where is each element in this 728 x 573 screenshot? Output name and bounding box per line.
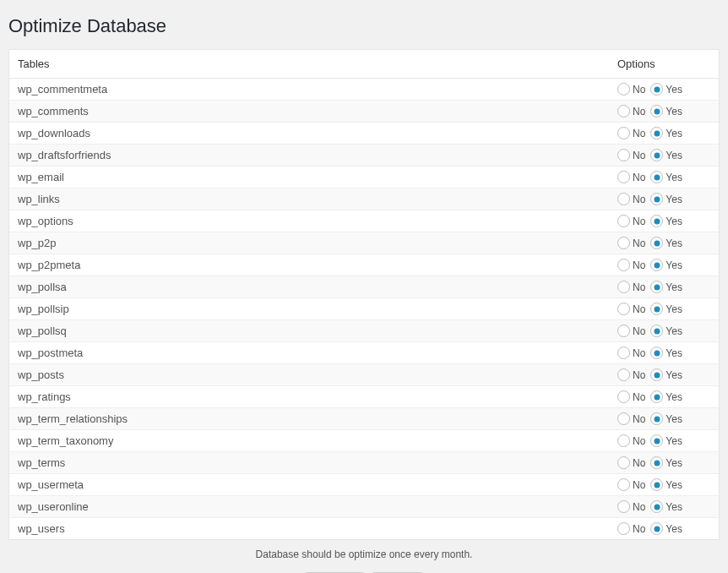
radio-no-item[interactable]: No [617,347,645,359]
radio-yes-item[interactable]: Yes [650,193,682,205]
radio-yes-item[interactable]: Yes [650,171,682,183]
radio-yes[interactable] [650,478,663,491]
radio-no-item[interactable]: No [617,127,645,139]
radio-yes-item[interactable]: Yes [650,325,682,337]
radio-yes-item[interactable]: Yes [650,259,682,271]
radio-no-item[interactable]: No [617,215,645,227]
radio-yes[interactable] [650,215,663,227]
radio-yes-item[interactable]: Yes [650,303,682,315]
radio-no[interactable] [617,105,630,117]
radio-yes-item[interactable]: Yes [650,456,682,469]
radio-yes-item[interactable]: Yes [650,368,682,381]
radio-no[interactable] [617,127,630,139]
radio-no[interactable] [617,149,630,161]
radio-yes-item[interactable]: Yes [650,522,682,535]
table-row: wp_p2pNoYes [9,232,719,254]
radio-yes-item[interactable]: Yes [650,347,682,359]
table-options-cell: NoYes [609,474,719,496]
radio-no[interactable] [617,522,630,535]
radio-yes-item[interactable]: Yes [650,237,682,249]
radio-no[interactable] [617,434,630,447]
radio-yes-item[interactable]: Yes [650,434,682,447]
radio-yes[interactable] [650,303,663,315]
radio-no-item[interactable]: No [617,259,645,271]
radio-yes[interactable] [650,325,663,337]
radio-yes-label: Yes [666,479,682,491]
radio-yes[interactable] [650,412,663,425]
radio-no-label: No [633,259,645,271]
radio-yes[interactable] [650,434,663,447]
radio-no-item[interactable]: No [617,456,645,469]
radio-no-item[interactable]: No [617,237,645,249]
radio-yes[interactable] [650,105,663,117]
radio-yes[interactable] [650,127,663,139]
table-name-cell: wp_postmeta [9,342,609,364]
radio-no-item[interactable]: No [617,390,645,403]
radio-no[interactable] [617,237,630,249]
radio-no[interactable] [617,171,630,183]
radio-no-label: No [633,128,645,139]
radio-no-item[interactable]: No [617,149,645,161]
radio-no[interactable] [617,325,630,337]
radio-no-item[interactable]: No [617,171,645,183]
radio-no-item[interactable]: No [617,325,645,337]
radio-no-item[interactable]: No [617,434,645,447]
radio-yes[interactable] [650,522,663,535]
radio-no-item[interactable]: No [617,478,645,491]
radio-no[interactable] [617,500,630,513]
radio-no[interactable] [617,281,630,293]
radio-yes-item[interactable]: Yes [650,390,682,403]
radio-no-item[interactable]: No [617,281,645,293]
radio-yes[interactable] [650,368,663,381]
radio-no[interactable] [617,303,630,315]
radio-no[interactable] [617,215,630,227]
radio-yes-item[interactable]: Yes [650,500,682,513]
radio-yes-item[interactable]: Yes [650,478,682,491]
table-name-cell: wp_links [9,188,609,210]
radio-yes-item[interactable]: Yes [650,83,682,96]
radio-no-item[interactable]: No [617,303,645,315]
radio-yes-label: Yes [666,281,682,293]
radio-yes[interactable] [650,456,663,469]
radio-yes[interactable] [650,259,663,271]
table-options-cell: NoYes [609,320,719,342]
radio-no[interactable] [617,368,630,381]
radio-no-item[interactable]: No [617,412,645,425]
radio-yes[interactable] [650,390,663,403]
radio-no-label: No [633,457,645,469]
radio-no[interactable] [617,478,630,491]
radio-no[interactable] [617,193,630,205]
radio-no-item[interactable]: No [617,522,645,535]
radio-yes[interactable] [650,281,663,293]
radio-yes[interactable] [650,149,663,161]
radio-no[interactable] [617,83,630,96]
radio-yes[interactable] [650,83,663,96]
radio-yes-item[interactable]: Yes [650,127,682,139]
table-row: wp_commentsNoYes [9,101,719,123]
radio-no[interactable] [617,390,630,403]
radio-no-label: No [633,150,645,161]
radio-yes-item[interactable]: Yes [650,281,682,293]
radio-no[interactable] [617,412,630,425]
table-row: wp_ratingsNoYes [9,386,719,408]
radio-yes-item[interactable]: Yes [650,105,682,117]
radio-yes[interactable] [650,171,663,183]
radio-no[interactable] [617,347,630,359]
table-options-cell: NoYes [609,342,719,364]
radio-no[interactable] [617,456,630,469]
radio-yes[interactable] [650,347,663,359]
radio-yes-item[interactable]: Yes [650,215,682,227]
radio-no-item[interactable]: No [617,193,645,205]
radio-no-item[interactable]: No [617,500,645,513]
radio-yes[interactable] [650,193,663,205]
radio-no-item[interactable]: No [617,83,645,96]
radio-yes-item[interactable]: Yes [650,412,682,425]
radio-yes[interactable] [650,237,663,249]
radio-no[interactable] [617,259,630,271]
radio-yes[interactable] [650,500,663,513]
radio-yes-item[interactable]: Yes [650,149,682,161]
radio-no-item[interactable]: No [617,368,645,381]
radio-no-label: No [633,216,645,227]
radio-no-item[interactable]: No [617,105,645,117]
radio-no-label: No [633,391,645,403]
